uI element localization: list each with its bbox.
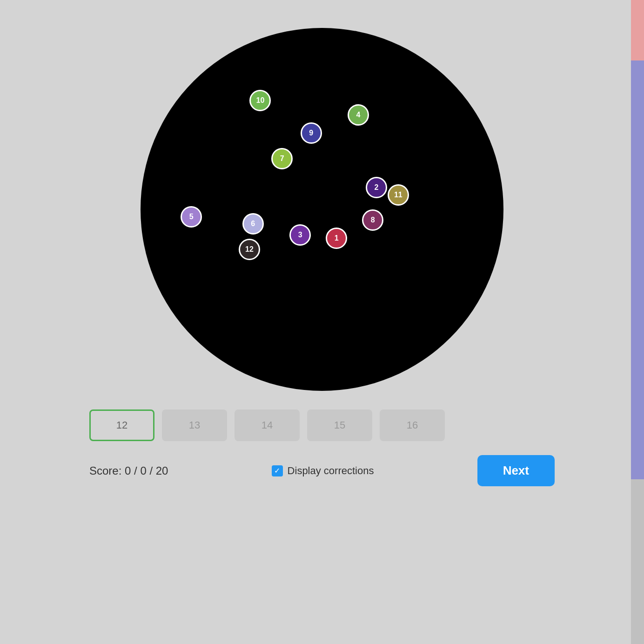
page-btn-15[interactable]: 15 [307,409,372,441]
node-1[interactable]: 1 [326,228,347,249]
next-button[interactable]: Next [477,455,555,486]
node-12[interactable]: 12 [239,239,260,260]
footer-row: Score: 0 / 0 / 20 ✓ Display corrections … [89,455,555,486]
score-text: Score: 0 / 0 / 20 [89,464,168,477]
circle-canvas[interactable]: 123456789101112 [141,28,503,391]
bottom-area: 1213141516 Score: 0 / 0 / 20 ✓ Display c… [89,409,555,486]
node-7[interactable]: 7 [271,148,293,169]
scrollbar-thumb-blue [631,60,644,479]
node-2[interactable]: 2 [366,177,387,198]
node-9[interactable]: 9 [301,122,322,144]
node-5[interactable]: 5 [181,206,202,228]
page-btn-12[interactable]: 12 [89,409,154,441]
scrollbar-track[interactable] [631,0,644,644]
node-8[interactable]: 8 [362,209,383,231]
scrollbar-thumb-red [631,0,644,60]
page-buttons: 1213141516 [89,409,555,441]
main-container: 123456789101112 1213141516 Score: 0 / 0 … [0,0,644,644]
node-4[interactable]: 4 [348,104,369,126]
page-btn-16[interactable]: 16 [380,409,445,441]
node-11[interactable]: 11 [388,184,409,206]
node-6[interactable]: 6 [242,213,264,235]
page-btn-14[interactable]: 14 [235,409,300,441]
node-3[interactable]: 3 [289,224,311,246]
node-10[interactable]: 10 [249,90,271,111]
page-btn-13[interactable]: 13 [162,409,227,441]
display-corrections-checkbox[interactable]: ✓ [272,465,283,476]
display-corrections-container: ✓ Display corrections [272,465,374,477]
display-corrections-label: Display corrections [288,465,374,477]
